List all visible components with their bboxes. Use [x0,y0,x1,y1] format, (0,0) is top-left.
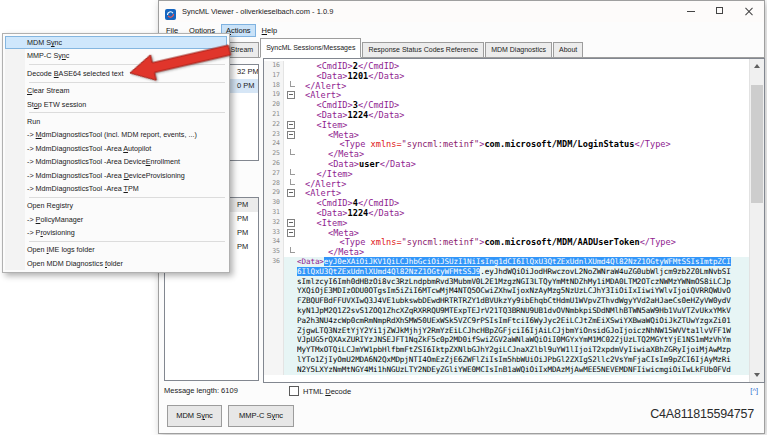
tab-response-status-codes-reference[interactable]: Response Status Codes Reference [362,42,484,57]
editor-line[interactable]: 34<Type xmlns="syncml:metinf">com.micros… [264,237,749,247]
line-number [264,355,284,365]
editor-wrapped-row[interactable]: kyN1JpM2Q1Z2svS1ZOQ1ZhcXZqRXRRQU9MTExpTE… [264,306,749,316]
line-number: 34 [264,237,284,247]
menu-item-policymanager[interactable]: -> PolicyManager [3,213,229,226]
code-text: <Item> [297,218,749,228]
editor-wrapped-row[interactable]: lYTo1ZjIyOmU2MDA6N2QxMDpjNTI4OmEzZjE6ZWF… [264,355,749,365]
menu-item-clear-stream[interactable]: Clear Stream [3,84,229,97]
line-number: 18 [264,81,284,91]
fold-toggle-icon[interactable] [284,130,297,140]
close-button[interactable] [735,1,764,22]
fold-toggle-icon[interactable] [284,218,297,228]
selected-base64-text: 6IlQxU3QtZExUdnlXUmd4Ql82NzZ1OGtyWFMtSSJ… [297,267,480,276]
line-number: 20 [264,100,284,110]
code-text: <Alert> [297,188,749,198]
editor-line[interactable]: 29<Alert> [264,188,749,198]
editor-line[interactable]: 32<Item> [264,218,749,228]
menu-item-mmp-c-sync[interactable]: MMP-C Sync [3,49,229,62]
minimize-button[interactable] [677,1,706,22]
html-decode-row: HTML Decode [289,386,351,396]
line-number [264,267,284,277]
menu-item-mdmdiagnosticstool-area-tpm[interactable]: -> MdmDiagnosticsTool -Area TPM [3,182,229,195]
editor-line[interactable]: 19<Alert> [264,90,749,100]
editor-line[interactable]: 33<Meta> [264,228,749,238]
code-text: FZBQUFBdFFUVXIwQ3J4VE1ubkswbDEwdHRTRTRZY… [297,296,749,306]
editor-wrapped-row[interactable]: Pa2h3NU4zcWp0cmRmNmpRdXhSMW50UExWSk5VZC9… [264,316,749,326]
fold-toggle-icon[interactable] [284,120,297,130]
editor-line[interactable]: 20<CmdID>3</CmdID> [264,100,749,110]
line-number [264,277,284,287]
menu-separator [29,82,225,83]
scroll-up-icon[interactable] [754,64,760,68]
fold-margin [284,71,297,81]
editor-wrapped-row[interactable]: FZBQUFBdFFUVXIwQ3J4VE1ubkswbDEwdHRTRTRZY… [264,296,749,306]
mmpc-sync-button[interactable]: MMP-C Sync [228,405,294,427]
mdm-sync-button[interactable]: MDM Sync [167,405,222,427]
scrollbar-thumb[interactable] [751,85,763,203]
fold-margin [284,277,297,287]
menu-item-mdmdiagnosticstool-area-deviceenrollment[interactable]: -> MdmDiagnosticsTool -Area DeviceEnroll… [3,155,229,168]
menu-item-run[interactable]: Run [3,115,229,128]
editor-wrapped-row[interactable]: 36<Data>eyJ0eXAiOiJKV1QiLCJhbGciOiJSUzI1… [264,257,749,267]
editor-line[interactable]: 26<Data>user</Data> [264,159,749,169]
fold-toggle-icon[interactable] [284,228,297,238]
editor-line[interactable]: 24<Type xmlns="syncml:metinf">com.micros… [264,139,749,149]
editor-line[interactable]: 30<CmdID>4</CmdID> [264,198,749,208]
vertical-scrollbar[interactable] [749,59,764,382]
line-number: 17 [264,71,284,81]
fold-toggle-icon[interactable] [284,188,297,198]
editor-wrapped-row[interactable]: YXQiOjE3MDIzODU0OTgsIm5iZiI6MTcwMjM4NTQ5… [264,286,749,296]
editor-line[interactable]: 35</Meta> [264,247,749,257]
line-number: 25 [264,149,284,159]
editor-wrapped-row[interactable]: 6IlQxU3QtZExUdnlXUmd4Ql82NzZ1OGtyWFMtSSJ… [264,267,749,277]
editor-line[interactable]: 25</Meta> [264,149,749,159]
editor-line[interactable]: 31<Data>1224</Data> [264,208,749,218]
tab-syncml-sessions-messages[interactable]: SyncML Sessions/Messages [260,38,361,58]
menu-item-provisioning[interactable]: -> Provisioning [3,226,229,239]
menu-item-mdmdiagnosticstool-area-deviceprovisioning[interactable]: -> MdmDiagnosticsTool -Area DeviceProvis… [3,169,229,182]
code-text: <Item> [297,120,749,130]
app-icon [165,6,176,17]
menu-item-open-ime-logs-folder[interactable]: Open IME logs folder [3,243,229,256]
editor-wrapped-row[interactable]: VJpUG5rQXAxZURIYzJNSEJFT1NqZkF5c0p2MD0if… [264,335,749,345]
code-text: sImlzcyI6Imh0dHBzOi8vc3RzLndpbmRvd3MubmV… [297,277,749,287]
fold-toggle-icon[interactable] [284,90,297,100]
editor-line[interactable]: 16<CmdID>2</CmdID> [264,61,749,71]
menu-item-mdmdiagnosticstool-area-autopilot[interactable]: -> MdmDiagnosticsTool -Area Autopilot [3,142,229,155]
menu-item-mdm-sync[interactable]: MDM Sync [5,36,227,49]
menu-item-stop-etw-session[interactable]: Stop ETW session [3,98,229,111]
titlebar: SyncML Viewer - oliverkieselbach.com - 1… [159,1,764,22]
editor-lines[interactable]: 16<CmdID>2</CmdID>17<Data>1201</Data>18<… [264,61,749,375]
html-decode-label: HTML Decode [303,387,351,396]
line-number: 19 [264,90,284,100]
editor-line[interactable]: 18</Alert> [264,81,749,91]
editor-line[interactable]: 27</Item> [264,169,749,179]
tab-about[interactable]: About [553,42,583,57]
menubar-item-help[interactable]: Help [257,24,282,37]
fold-margin [284,110,297,120]
menu-item-mdmdiagnosticstool-incl-mdm-report-events[interactable]: -> MdmDiagnosticsTool (incl. MDM report,… [3,128,229,141]
code-text: lYTo1ZjIyOmU2MDA6N2QxMDpjNTI4OmEzZjE6ZWF… [297,355,749,365]
fold-margin [284,169,297,179]
line-number [264,296,284,306]
editor-line[interactable]: 22<Item> [264,120,749,130]
tab-mdm-diagnostics[interactable]: MDM Diagnostics [485,42,552,57]
editor-line[interactable]: 21<Data>1224</Data> [264,110,749,120]
code-text: </Meta> [297,149,749,159]
editor-line[interactable]: 28</Alert> [264,179,749,189]
editor-line[interactable]: 17<Data>1201</Data> [264,71,749,81]
editor-wrapped-row[interactable]: MyYTMxOTQiLCJmYW1pbHlfbmFtZSI6IktpZXNlbG… [264,345,749,355]
editor-line[interactable]: 23<Meta> [264,130,749,140]
maximize-button[interactable] [706,1,735,22]
syncml-editor[interactable]: 16<CmdID>2</CmdID>17<Data>1201</Data>18<… [263,58,765,383]
scroll-down-icon[interactable] [754,373,760,377]
editor-wrapped-row[interactable]: ZjgwLTQ3NzEtYjY2Yi1jZWJkMjhjY2RmYzEiLCJh… [264,326,749,336]
menu-item-open-mdm-diagnostics-folder[interactable]: Open MDM Diagnostics folder [3,257,229,270]
menu-item-open-registry[interactable]: Open Registry [3,199,229,212]
html-decode-checkbox[interactable] [289,386,299,396]
scroll-to-top-link[interactable]: [^] [750,386,758,395]
code-text: N2Y5LXYzNmMtNGY4Mi1hNGUzLTY2NDEyZGliYWE0… [297,365,749,375]
menu-item-decode-base64-selected-text[interactable]: Decode BASE64 selected text [3,67,229,80]
editor-wrapped-row[interactable]: sImlzcyI6Imh0dHBzOi8vc3RzLndpbmRvd3MubmV… [264,277,749,287]
editor-wrapped-row[interactable]: N2Y5LXYzNmMtNGY4Mi1hNGUzLTY2NDEyZGliYWE0… [264,365,749,375]
